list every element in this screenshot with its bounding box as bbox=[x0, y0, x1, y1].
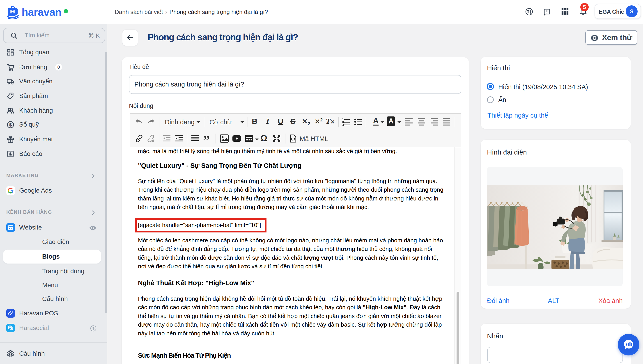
svg-text:$: $ bbox=[9, 122, 12, 127]
